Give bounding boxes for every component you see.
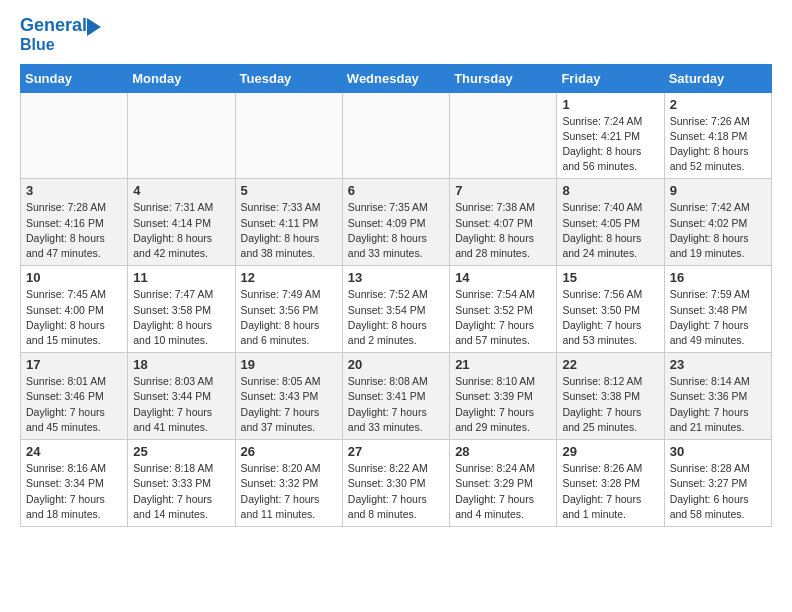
calendar-cell: 26Sunrise: 8:20 AM Sunset: 3:32 PM Dayli… <box>235 440 342 527</box>
day-number: 28 <box>455 444 551 459</box>
day-info: Sunrise: 8:24 AM Sunset: 3:29 PM Dayligh… <box>455 461 551 522</box>
calendar-cell: 29Sunrise: 8:26 AM Sunset: 3:28 PM Dayli… <box>557 440 664 527</box>
day-info: Sunrise: 8:26 AM Sunset: 3:28 PM Dayligh… <box>562 461 658 522</box>
day-info: Sunrise: 8:18 AM Sunset: 3:33 PM Dayligh… <box>133 461 229 522</box>
day-info: Sunrise: 8:05 AM Sunset: 3:43 PM Dayligh… <box>241 374 337 435</box>
day-info: Sunrise: 7:47 AM Sunset: 3:58 PM Dayligh… <box>133 287 229 348</box>
day-number: 9 <box>670 183 766 198</box>
day-info: Sunrise: 7:26 AM Sunset: 4:18 PM Dayligh… <box>670 114 766 175</box>
day-info: Sunrise: 7:28 AM Sunset: 4:16 PM Dayligh… <box>26 200 122 261</box>
day-info: Sunrise: 7:38 AM Sunset: 4:07 PM Dayligh… <box>455 200 551 261</box>
day-number: 23 <box>670 357 766 372</box>
day-info: Sunrise: 7:35 AM Sunset: 4:09 PM Dayligh… <box>348 200 444 261</box>
day-number: 13 <box>348 270 444 285</box>
day-number: 18 <box>133 357 229 372</box>
day-info: Sunrise: 7:45 AM Sunset: 4:00 PM Dayligh… <box>26 287 122 348</box>
day-info: Sunrise: 7:54 AM Sunset: 3:52 PM Dayligh… <box>455 287 551 348</box>
weekday-header-sunday: Sunday <box>21 64 128 92</box>
calendar-cell: 11Sunrise: 7:47 AM Sunset: 3:58 PM Dayli… <box>128 266 235 353</box>
calendar-week-5: 24Sunrise: 8:16 AM Sunset: 3:34 PM Dayli… <box>21 440 772 527</box>
logo-text-general: General <box>20 16 87 36</box>
calendar-cell: 8Sunrise: 7:40 AM Sunset: 4:05 PM Daylig… <box>557 179 664 266</box>
calendar-week-3: 10Sunrise: 7:45 AM Sunset: 4:00 PM Dayli… <box>21 266 772 353</box>
calendar-cell: 28Sunrise: 8:24 AM Sunset: 3:29 PM Dayli… <box>450 440 557 527</box>
calendar-cell: 3Sunrise: 7:28 AM Sunset: 4:16 PM Daylig… <box>21 179 128 266</box>
calendar-cell: 6Sunrise: 7:35 AM Sunset: 4:09 PM Daylig… <box>342 179 449 266</box>
calendar-cell <box>128 92 235 179</box>
weekday-header-monday: Monday <box>128 64 235 92</box>
day-info: Sunrise: 8:03 AM Sunset: 3:44 PM Dayligh… <box>133 374 229 435</box>
day-info: Sunrise: 8:12 AM Sunset: 3:38 PM Dayligh… <box>562 374 658 435</box>
day-number: 24 <box>26 444 122 459</box>
calendar-cell: 20Sunrise: 8:08 AM Sunset: 3:41 PM Dayli… <box>342 353 449 440</box>
calendar-cell: 9Sunrise: 7:42 AM Sunset: 4:02 PM Daylig… <box>664 179 771 266</box>
weekday-header-friday: Friday <box>557 64 664 92</box>
weekday-header-row: SundayMondayTuesdayWednesdayThursdayFrid… <box>21 64 772 92</box>
calendar-cell: 23Sunrise: 8:14 AM Sunset: 3:36 PM Dayli… <box>664 353 771 440</box>
day-info: Sunrise: 7:24 AM Sunset: 4:21 PM Dayligh… <box>562 114 658 175</box>
calendar-week-1: 1Sunrise: 7:24 AM Sunset: 4:21 PM Daylig… <box>21 92 772 179</box>
calendar-week-4: 17Sunrise: 8:01 AM Sunset: 3:46 PM Dayli… <box>21 353 772 440</box>
day-number: 25 <box>133 444 229 459</box>
day-info: Sunrise: 8:08 AM Sunset: 3:41 PM Dayligh… <box>348 374 444 435</box>
day-info: Sunrise: 8:28 AM Sunset: 3:27 PM Dayligh… <box>670 461 766 522</box>
weekday-header-thursday: Thursday <box>450 64 557 92</box>
calendar-cell: 30Sunrise: 8:28 AM Sunset: 3:27 PM Dayli… <box>664 440 771 527</box>
day-number: 6 <box>348 183 444 198</box>
calendar-cell <box>235 92 342 179</box>
weekday-header-tuesday: Tuesday <box>235 64 342 92</box>
day-number: 3 <box>26 183 122 198</box>
weekday-header-saturday: Saturday <box>664 64 771 92</box>
day-info: Sunrise: 8:16 AM Sunset: 3:34 PM Dayligh… <box>26 461 122 522</box>
day-number: 17 <box>26 357 122 372</box>
day-info: Sunrise: 7:31 AM Sunset: 4:14 PM Dayligh… <box>133 200 229 261</box>
header: General Blue <box>20 16 772 54</box>
day-number: 29 <box>562 444 658 459</box>
day-number: 1 <box>562 97 658 112</box>
calendar-cell: 1Sunrise: 7:24 AM Sunset: 4:21 PM Daylig… <box>557 92 664 179</box>
day-info: Sunrise: 7:59 AM Sunset: 3:48 PM Dayligh… <box>670 287 766 348</box>
calendar-cell: 27Sunrise: 8:22 AM Sunset: 3:30 PM Dayli… <box>342 440 449 527</box>
day-number: 4 <box>133 183 229 198</box>
day-number: 27 <box>348 444 444 459</box>
day-number: 10 <box>26 270 122 285</box>
calendar-cell: 21Sunrise: 8:10 AM Sunset: 3:39 PM Dayli… <box>450 353 557 440</box>
logo-text-blue: Blue <box>20 36 55 54</box>
day-number: 22 <box>562 357 658 372</box>
day-number: 21 <box>455 357 551 372</box>
day-info: Sunrise: 8:01 AM Sunset: 3:46 PM Dayligh… <box>26 374 122 435</box>
calendar-cell: 19Sunrise: 8:05 AM Sunset: 3:43 PM Dayli… <box>235 353 342 440</box>
calendar-cell: 18Sunrise: 8:03 AM Sunset: 3:44 PM Dayli… <box>128 353 235 440</box>
calendar-cell <box>450 92 557 179</box>
calendar-cell: 25Sunrise: 8:18 AM Sunset: 3:33 PM Dayli… <box>128 440 235 527</box>
day-number: 30 <box>670 444 766 459</box>
day-number: 16 <box>670 270 766 285</box>
logo-arrow-icon <box>87 18 101 36</box>
day-number: 11 <box>133 270 229 285</box>
day-info: Sunrise: 8:20 AM Sunset: 3:32 PM Dayligh… <box>241 461 337 522</box>
day-info: Sunrise: 7:52 AM Sunset: 3:54 PM Dayligh… <box>348 287 444 348</box>
day-info: Sunrise: 7:33 AM Sunset: 4:11 PM Dayligh… <box>241 200 337 261</box>
day-number: 8 <box>562 183 658 198</box>
weekday-header-wednesday: Wednesday <box>342 64 449 92</box>
day-number: 19 <box>241 357 337 372</box>
day-number: 2 <box>670 97 766 112</box>
calendar-cell: 10Sunrise: 7:45 AM Sunset: 4:00 PM Dayli… <box>21 266 128 353</box>
calendar-cell: 16Sunrise: 7:59 AM Sunset: 3:48 PM Dayli… <box>664 266 771 353</box>
day-number: 12 <box>241 270 337 285</box>
day-number: 15 <box>562 270 658 285</box>
calendar-cell: 12Sunrise: 7:49 AM Sunset: 3:56 PM Dayli… <box>235 266 342 353</box>
calendar-week-2: 3Sunrise: 7:28 AM Sunset: 4:16 PM Daylig… <box>21 179 772 266</box>
day-number: 5 <box>241 183 337 198</box>
calendar-cell: 24Sunrise: 8:16 AM Sunset: 3:34 PM Dayli… <box>21 440 128 527</box>
calendar-cell: 14Sunrise: 7:54 AM Sunset: 3:52 PM Dayli… <box>450 266 557 353</box>
calendar-cell: 13Sunrise: 7:52 AM Sunset: 3:54 PM Dayli… <box>342 266 449 353</box>
page: General Blue SundayMondayTuesdayWednesda… <box>0 0 792 543</box>
day-info: Sunrise: 7:40 AM Sunset: 4:05 PM Dayligh… <box>562 200 658 261</box>
calendar-cell: 2Sunrise: 7:26 AM Sunset: 4:18 PM Daylig… <box>664 92 771 179</box>
logo: General Blue <box>20 16 101 54</box>
calendar-cell: 4Sunrise: 7:31 AM Sunset: 4:14 PM Daylig… <box>128 179 235 266</box>
calendar-cell <box>21 92 128 179</box>
calendar-cell: 17Sunrise: 8:01 AM Sunset: 3:46 PM Dayli… <box>21 353 128 440</box>
calendar-cell: 5Sunrise: 7:33 AM Sunset: 4:11 PM Daylig… <box>235 179 342 266</box>
